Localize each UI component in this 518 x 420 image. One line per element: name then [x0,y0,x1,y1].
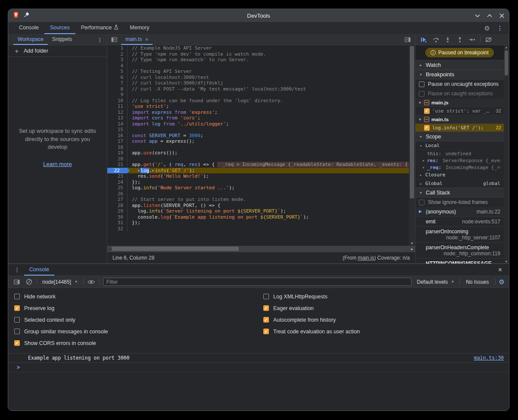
issues-counter[interactable]: No Issues [463,279,491,285]
line-number[interactable]: 2 [107,51,128,57]
callstack-frame[interactable]: parserOnHeadersCompletenode:_http_common… [415,243,504,259]
line-number[interactable]: 16 [107,133,128,139]
console-setting-checkbox-row[interactable]: Eager evaluation [263,302,360,314]
line-number[interactable]: 24 [107,179,128,185]
code-line[interactable]: 5// Testing API Server [107,69,415,75]
code-line[interactable]: 19app.use(cors()); [107,150,415,156]
line-number[interactable]: 12 [107,110,128,116]
console-setting-checkbox-row[interactable]: Autocomplete from history [263,314,360,326]
section-scope[interactable]: ▾ Scope [415,132,504,141]
scope-variable[interactable]: ▸_req: IncomingMessage {_read… [415,164,504,171]
code-line[interactable]: 6// curl localhost:3000/test [107,75,415,81]
code-line[interactable]: 14import log from '../utils/logger'; [107,121,415,127]
scope-section-header[interactable]: ▸Globalglobal [415,179,504,188]
checkbox-unchecked-icon[interactable] [419,200,424,205]
line-number[interactable]: 7 [107,80,128,86]
editor-horizontal-scrollbar[interactable]: ◂ ▸ [107,246,415,252]
checkbox-checked-icon[interactable] [263,329,269,334]
line-number[interactable]: 31 [107,220,128,226]
close-tab-icon[interactable]: × [145,36,149,43]
sidebar-scrollbar[interactable]: ▲ ▼ [504,45,509,263]
toggle-debugger-sidebar-icon[interactable] [400,34,415,45]
tab-workspace[interactable]: Workspace [13,34,48,45]
line-number[interactable]: 14 [107,121,128,127]
expand-arrow-icon[interactable]: ▸ [421,165,426,169]
checkbox-unchecked-icon[interactable] [14,294,20,299]
expanded-arrow-icon[interactable]: ▾ [419,144,423,148]
code-line[interactable]: 9 [107,92,415,98]
breakpoint-file-group[interactable]: ▾<>main.ts [415,115,504,124]
breakpoint-entry[interactable]: 'use strict'; var _…32 [415,107,504,115]
scrollbar-thumb[interactable] [505,50,508,75]
source-map-link[interactable]: main.js [358,255,374,261]
console-setting-checkbox-row[interactable]: Group similar messages in console [14,326,263,337]
breakpoint-entry[interactable]: log.info('GET /');22 [415,124,504,132]
code-line[interactable]: 21app.get('/', ( req, res) => { _req = I… [107,162,415,168]
pause-uncaught-checkbox-row[interactable]: Pause on uncaught exceptions [415,79,504,89]
close-drawer-icon[interactable]: × [496,264,504,276]
tab-snippets[interactable]: Snippets [48,34,77,45]
line-number[interactable]: 5 [107,69,128,75]
step-into-icon[interactable] [443,36,452,44]
drawer-tab-console[interactable]: Console [24,264,54,276]
line-number[interactable]: 19 [107,150,128,156]
callstack-frame[interactable]: emitnode:events:517 [415,217,504,227]
code-line[interactable]: 25log.info('Node Server started ...'); [107,185,415,191]
line-number[interactable]: 21 [107,162,128,168]
console-prompt[interactable]: > [8,363,509,373]
breakpoint-file-group[interactable]: ▾<>main.js [415,98,504,107]
checkbox-unchecked-icon[interactable] [14,317,20,323]
code-line[interactable]: 11'use strict'; [107,103,415,110]
console-sidebar-toggle-icon[interactable] [12,279,21,285]
scroll-down-icon[interactable]: ▼ [409,241,415,245]
console-setting-checkbox-row[interactable]: Log XMLHttpRequests [263,291,360,302]
checkbox-unchecked-icon[interactable] [419,81,424,87]
collapsed-arrow-icon[interactable]: ▸ [419,182,423,186]
live-expression-eye-icon[interactable] [87,279,96,285]
breakpoint-checkbox-icon[interactable] [424,108,430,114]
editor-tab-maints[interactable]: main.ts × [121,34,153,45]
clear-console-icon[interactable] [25,279,33,285]
line-number[interactable]: 17 [107,138,128,144]
scroll-right-icon[interactable]: ▸ [409,247,415,251]
line-number[interactable]: 10 [107,98,128,104]
editor-vertical-scrollbar[interactable]: ▼ [409,45,415,246]
step-out-icon[interactable] [455,36,465,44]
navigator-more-icon[interactable]: ⋮ [93,34,107,45]
console-settings-gear-icon[interactable]: ⚙ [499,278,505,286]
line-number[interactable]: 8 [107,86,128,92]
line-number[interactable]: 25 [107,185,128,191]
checkbox-unchecked-icon[interactable] [263,294,269,299]
code-line[interactable]: 24}); [107,179,415,185]
tab-console[interactable]: Console [13,22,44,34]
scope-section-header[interactable]: ▸Closure [415,171,504,179]
checkbox-unchecked-icon[interactable] [14,329,20,334]
checkbox-unchecked-icon[interactable] [419,91,424,97]
filter-input[interactable] [103,278,412,286]
line-number[interactable]: 20 [107,156,128,162]
learn-more-link[interactable]: Learn more [43,161,72,167]
code-line[interactable]: 29 log.info(`Server listening on port ${… [107,208,415,214]
show-ignore-listed-checkbox-row[interactable]: Show ignore-listed frames [415,197,504,207]
checkbox-checked-icon[interactable] [14,340,20,346]
deactivate-breakpoints-icon[interactable] [484,36,493,44]
scroll-up-icon[interactable]: ▲ [504,46,509,49]
code-line[interactable]: 1// Example NodeJS API Server [107,45,415,51]
scrollbar-thumb[interactable] [410,46,414,198]
checkbox-checked-icon[interactable] [263,305,269,311]
code-line[interactable]: 20 [107,156,415,162]
console-empty-area[interactable] [8,373,509,411]
maximize-icon[interactable] [487,13,493,19]
code-editor[interactable]: 1// Example NodeJS API Server2// Type 'n… [107,45,415,246]
resume-script-icon[interactable] [419,36,428,44]
section-watch[interactable]: ▸ Watch [415,60,504,70]
line-number[interactable]: 29 [107,208,128,214]
add-folder-button[interactable]: ＋ Add folder [8,45,107,57]
line-number[interactable]: 30 [107,214,128,220]
console-setting-checkbox-row[interactable]: Treat code evaluation as user action [263,326,360,337]
line-number[interactable]: 28 [107,203,128,209]
scope-variable[interactable]: ▸res: ServerResponse {_events… [415,157,504,164]
checkbox-checked-icon[interactable] [14,305,20,311]
code-line[interactable]: 13import cors from 'cors'; [107,115,415,121]
line-number[interactable]: 32 [107,226,128,232]
